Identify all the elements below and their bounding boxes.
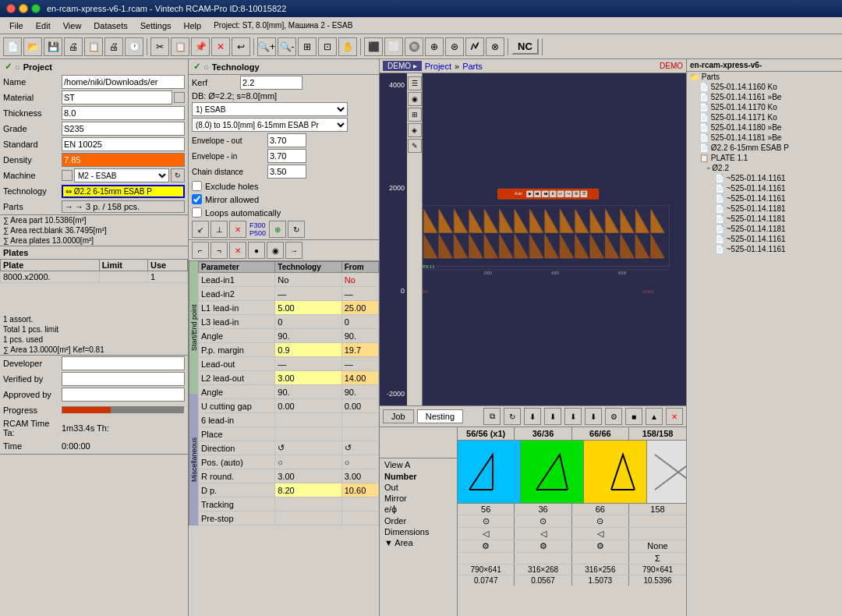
tree-item-7[interactable]: 📄 Ø2.2 6-15mm ESAB P [687,143,842,153]
param-tech-4[interactable]: 90. [275,329,341,343]
zoom-all-button[interactable]: ⊡ [318,37,337,56]
tree-item-0[interactable]: 📁 Parts [687,72,842,82]
code-btn-1[interactable]: ⊕ [269,221,286,238]
toggle5-button[interactable]: ⊛ [445,37,464,56]
bottom-icon-export3[interactable]: ⬇ [564,408,582,425]
param-from-14[interactable]: 3.00 [341,469,378,483]
param-tech-8[interactable]: 90. [275,385,341,399]
param-from-17[interactable] [341,512,378,526]
param-from-3[interactable]: 0 [341,315,378,329]
grade-input[interactable] [62,122,185,136]
tree-item-6[interactable]: 📄 525-01.14.1181 »Be [687,133,842,143]
param-tech-16[interactable] [275,497,341,512]
part-preview-2[interactable] [521,441,584,503]
bottom-icon-copy[interactable]: ⧉ [483,408,501,425]
mirror-allowed-checkbox[interactable] [192,194,202,204]
toggle1-button[interactable]: ⬛ [364,37,383,56]
part-preview-1[interactable] [458,441,521,503]
bottom-icon-close[interactable]: ✕ [666,408,683,425]
param-tech-3[interactable]: 0 [275,315,341,329]
density-input[interactable] [62,153,185,167]
param-tech-5[interactable]: 0.9 [275,343,341,357]
part-preview-3[interactable] [584,441,647,503]
tab-job[interactable]: Job [383,409,414,423]
bottom-icon-export1[interactable]: ⬇ [524,408,541,425]
bottom-icon-up[interactable]: ▲ [646,408,663,425]
tree-item-4[interactable]: 📄 525-01.14.1171 Ko [687,112,842,122]
print-button[interactable]: 🖨 [64,37,83,56]
canvas-icon-5[interactable]: ✎ [408,139,422,153]
chain-dist-input[interactable] [267,165,306,179]
menu-file[interactable]: File [3,19,30,32]
corner-btn-2[interactable]: ¬ [210,242,228,259]
cross-btn-2[interactable]: ✕ [229,242,246,259]
envelope-out-input[interactable] [267,133,306,147]
technology-value[interactable]: ⇔ Ø2.2 6-15mm ESAB P [62,185,185,198]
cut-button[interactable]: ✂ [150,37,169,56]
arrow-btn-1[interactable]: ↙ [192,221,209,238]
canvas-icon-1[interactable]: ☰ [408,76,422,90]
arrow-btn-2[interactable]: ⊥ [210,221,228,238]
menu-view[interactable]: View [57,19,88,32]
name-input[interactable] [62,75,185,89]
menu-settings[interactable]: Settings [134,19,178,32]
close-button[interactable] [6,4,16,13]
arrow-btn-3[interactable]: → [285,242,302,259]
param-from-12[interactable]: ↺ [341,441,378,455]
tree-item-13[interactable]: 📄 ~525-01.14.1181 [687,204,842,214]
param-tech-0[interactable]: No [275,273,341,287]
param-from-6[interactable]: — [341,357,378,371]
param-from-4[interactable]: 90. [341,329,378,343]
save-button[interactable]: 💾 [44,37,62,56]
breadcrumb-project[interactable]: Project [425,62,451,71]
undo-button[interactable]: ↩ [232,37,250,56]
param-from-16[interactable] [341,497,378,512]
canvas-svg-container[interactable]: Auto ▶ ⏮ ⏭ ⏸ ↩ ↪ [407,73,686,405]
zoom-in-button[interactable]: 🔍+ [257,37,276,56]
param-from-10[interactable] [341,413,378,427]
param-from-15[interactable]: 10.60 [341,483,378,497]
circle-btn-2[interactable]: ◉ [267,242,284,259]
corner-btn-1[interactable]: ⌐ [192,242,209,259]
maximize-button[interactable] [31,4,41,13]
param-tech-13[interactable]: ○ [275,455,341,469]
part-preview-4[interactable] [647,441,686,503]
tree-item-9[interactable]: ◦ Ø2.2 [687,163,842,173]
tree-item-2[interactable]: 📄 525-01.14.1161 »Be [687,92,842,102]
copy-button[interactable]: 📋 [171,37,189,56]
pan-button[interactable]: ✋ [338,37,357,56]
zoom-out-button[interactable]: 🔍- [278,37,296,56]
param-tech-15[interactable]: 8.20 [275,483,341,497]
tree-item-3[interactable]: 📄 525-01.14.1170 Ko [687,102,842,112]
new-button[interactable]: 📄 [3,37,22,56]
tree-item-10[interactable]: 📄 ~525-01.14.1161 [687,173,842,183]
param-from-2[interactable]: 25.00 [341,301,378,315]
tab-nesting[interactable]: Nesting [417,409,463,423]
tree-item-15[interactable]: 📄 ~525-01.14.1181 [687,224,842,234]
machine-select[interactable]: M2 - ESAB [74,168,169,182]
clock-button[interactable]: 🕐 [125,37,143,56]
param-from-0[interactable]: No [341,273,378,287]
approved-input[interactable] [62,388,185,402]
print3-button[interactable]: 🖨 [104,37,123,56]
toggle7-button[interactable]: ⊗ [486,37,504,56]
param-from-8[interactable]: 90. [341,385,378,399]
toggle4-button[interactable]: ⊕ [425,37,444,56]
bottom-icon-export2[interactable]: ⬇ [544,408,561,425]
envelope-in-input[interactable] [267,149,306,163]
delete-button[interactable]: ✕ [211,37,230,56]
tree-item-11[interactable]: 📄 ~525-01.14.1161 [687,183,842,193]
param-from-1[interactable]: — [341,287,378,301]
menu-datasets[interactable]: Datasets [87,19,133,32]
tree-item-1[interactable]: 📄 525-01.14.1160 Ko [687,82,842,92]
toggles-button[interactable]: ⬜ [384,37,403,56]
param-tech-12[interactable]: ↺ [275,441,341,455]
open-button[interactable]: 📂 [23,37,42,56]
machine-refresh-btn[interactable]: ↻ [171,168,185,182]
param-from-5[interactable]: 19.7 [341,343,378,357]
bottom-icon-settings[interactable]: ⚙ [605,408,622,425]
param-from-13[interactable]: ○ [341,455,378,469]
tree-item-16[interactable]: 📄 ~525-01.14.1161 [687,234,842,244]
circle-btn-1[interactable]: ● [248,242,265,259]
param-tech-10[interactable] [275,413,341,427]
